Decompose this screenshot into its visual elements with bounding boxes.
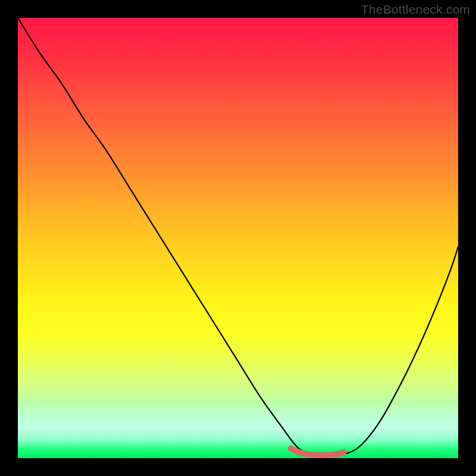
plot-area — [18, 18, 458, 458]
watermark-text: TheBottleneck.com — [361, 2, 470, 17]
bottleneck-curve — [18, 18, 458, 455]
chart-svg — [18, 18, 458, 458]
chart-frame: TheBottleneck.com — [0, 0, 476, 476]
highlight-segment — [291, 449, 344, 455]
